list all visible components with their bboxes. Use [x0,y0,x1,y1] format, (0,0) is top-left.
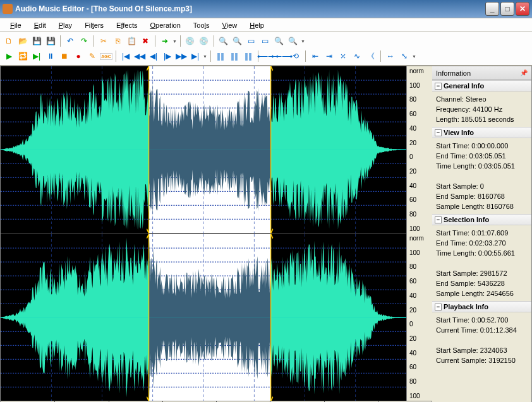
menu-help[interactable]: Help [245,20,269,30]
info-title: Information [436,69,471,77]
zoom-fit-icon[interactable]: ▭ [245,35,258,47]
sel-3-icon[interactable]: ‖‖ [242,50,255,62]
menu-view[interactable]: View [217,20,243,30]
redo-icon[interactable]: ↷ [78,35,90,47]
collapse-icon[interactable]: − [435,304,442,310]
sel-start: Start Time: 0:01:07.609 [436,228,528,238]
trim-2-icon[interactable]: ⟵⟶ [275,50,288,62]
cross-icon[interactable]: ⤫ [337,50,349,62]
view-start: Start Time: 0:00:00.000 [436,141,528,151]
zoom-sel-icon[interactable]: ▭ [259,35,272,47]
minimize-button[interactable]: _ [485,2,499,16]
collapse-icon[interactable]: − [435,216,442,223]
sel-sample-length: Sample Length: 2454656 [436,288,528,299]
export-icon[interactable]: ➜ [159,35,171,47]
zoom-out-icon[interactable]: 🔍 [231,35,244,47]
view-end-sample: End Sample: 8160768 [436,191,528,201]
shift-r-icon[interactable]: ⇥ [323,50,336,62]
next-icon[interactable]: |▶ [161,50,174,62]
menu-tools[interactable]: Tools [188,20,215,30]
title-bar: Audio Music Editor - [The Sound Of Silen… [0,0,532,18]
stop-icon[interactable]: ⏹ [58,50,71,62]
menu-edit[interactable]: Edit [29,20,51,30]
pause-icon[interactable]: ⏸ [44,50,57,62]
hscroll-icon[interactable]: ↔ [384,50,397,62]
collapse-icon[interactable]: − [435,129,442,136]
record-icon[interactable]: ● [72,50,85,62]
info-panel: Information 📌 −General Info Channel: Ste… [432,66,532,402]
save-as-icon[interactable]: 💾 [44,35,57,47]
forward-icon[interactable]: ▶▶ [175,50,188,62]
pb-start: Start Time: 0:00:52.700 [436,315,528,325]
copy-icon[interactable]: ⎘ [111,35,124,47]
expand-l-icon[interactable]: 《 [365,50,377,62]
pb-start-sample: Start Sample: 2324063 [436,345,528,355]
shift-l-icon[interactable]: ⇤ [309,50,322,62]
sel-end-sample: End Sample: 5436228 [436,278,528,288]
menu-bar: File Edit Play Filters Effects Operation… [0,18,532,32]
play-icon[interactable]: ▶ [3,50,15,62]
zoom-v2-icon[interactable]: 🔍 [287,35,299,47]
view-length: Time Length: 0:03:05.051 [436,161,528,171]
cd-icon[interactable]: 💿 [184,35,196,47]
prev-icon[interactable]: ◀| [147,50,160,62]
menu-file[interactable]: File [5,20,27,30]
view-sample-length: Sample Length: 8160768 [436,201,528,211]
menu-filters[interactable]: Filters [80,20,109,30]
app-icon [3,4,13,14]
undo-icon[interactable]: ↶ [64,35,76,47]
menu-effects[interactable]: Effects [111,20,142,30]
collapse-icon[interactable]: − [435,83,442,90]
cd2-icon[interactable]: 💿 [198,35,210,47]
delete-icon[interactable]: ✖ [139,35,152,47]
marker-icon[interactable]: ✎ [86,50,99,62]
general-info-header: General Info [444,82,484,90]
waveform-display[interactable] [0,66,407,401]
agc-button[interactable]: AGC [100,50,112,62]
view-info-header: View Info [444,129,474,136]
open-icon[interactable]: 📂 [16,35,29,47]
close-button[interactable]: ✕ [516,2,529,16]
playback-info-header: Playback Info [444,303,488,310]
y-ruler: norm10080604020020406080100 norm10080604… [407,66,432,401]
wave-icon[interactable]: ∿ [351,50,363,62]
maximize-button[interactable]: □ [500,2,514,16]
menu-operation[interactable]: Operation [145,20,186,30]
new-icon[interactable]: 🗋 [3,35,15,47]
go-start-icon[interactable]: |◀ [119,50,132,62]
sel-1-icon[interactable]: ‖‖ [214,50,227,62]
zoom-v-icon[interactable]: 🔍 [273,35,286,47]
loop-icon[interactable]: 🔁 [16,50,29,62]
cut-icon[interactable]: ✂ [97,35,110,47]
sel-2-icon[interactable]: ‖‖ [228,50,241,62]
view-start-sample: Start Sample: 0 [436,181,528,191]
paste-icon[interactable]: 📋 [125,35,138,47]
info-frequency: Frequency: 44100 Hz [436,104,528,114]
title-text: Audio Music Editor - [The Sound Of Silen… [15,4,485,13]
menu-play[interactable]: Play [54,20,77,30]
selection-info-header: Selection Info [444,216,489,223]
view-end: End Time: 0:03:05.051 [436,151,528,161]
sel-start-sample: Start Sample: 2981572 [436,268,528,278]
sel-length: Time Length: 0:00:55.661 [436,248,528,258]
sel-end: End Time: 0:02:03.270 [436,238,528,248]
play-sel-icon[interactable]: ▶| [30,50,43,62]
info-length: Length: 185.051 seconds [436,114,528,124]
save-icon[interactable]: 💾 [30,35,43,47]
pin-icon[interactable]: 📌 [520,69,528,76]
pb-current-sample: Current Sample: 3192150 [436,355,528,365]
rewind-icon[interactable]: ◀◀ [133,50,146,62]
zoom-in-icon[interactable]: 🔍 [217,35,230,47]
info-channel: Channel: Stereo [436,94,528,104]
trim-3-icon[interactable]: ⟲ [289,50,302,62]
go-end-icon[interactable]: ▶| [189,50,202,62]
vscroll-icon[interactable]: ⤡ [398,50,411,62]
pb-current: Current Time: 0:01:12.384 [436,325,528,335]
toolbar-container: 🗋 📂 💾 💾 ↶ ↷ ✂ ⎘ 📋 ✖ ➜ ▼ 💿 💿 🔍 🔍 ▭ ▭ 🔍 🔍 … [0,32,532,66]
